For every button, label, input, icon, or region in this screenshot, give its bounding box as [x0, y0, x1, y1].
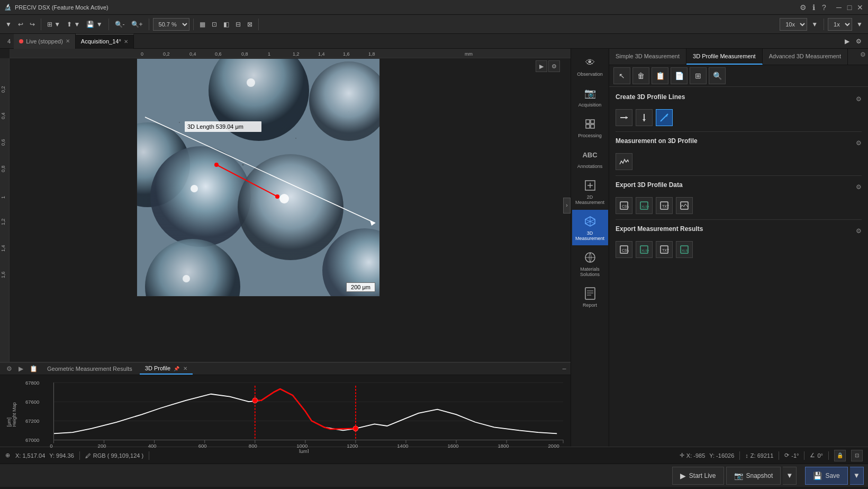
- bottom-minimize[interactable]: −: [562, 364, 566, 373]
- view-btn4[interactable]: ⊟: [233, 20, 243, 29]
- tab-live-close[interactable]: ✕: [66, 38, 70, 44]
- z-icon: ↕: [745, 452, 748, 459]
- tab-acq-close[interactable]: ✕: [124, 39, 128, 45]
- create-3d-settings-icon[interactable]: ⚙: [856, 95, 862, 103]
- sidebar-materials[interactable]: MaterialsSolutions: [572, 246, 608, 281]
- zoom2-select[interactable]: 1x 2x: [828, 18, 852, 31]
- chart-doc-btn[interactable]: 📋: [28, 365, 40, 372]
- svg-text:0: 0: [50, 443, 52, 449]
- svg-text:mm: mm: [465, 51, 473, 57]
- save-btn2[interactable]: 💾 ▼: [84, 20, 104, 29]
- chart-play-btn[interactable]: ▶: [16, 365, 25, 372]
- bottom-panel: ⚙ ▶ 📋 Geometric Measurement Results 3D P…: [0, 362, 571, 447]
- redo-btn[interactable]: ↪: [28, 20, 37, 29]
- mode-dropdown[interactable]: ▼: [3, 20, 14, 29]
- view-btn5[interactable]: ⊠: [245, 20, 255, 29]
- export-results-settings[interactable]: ⚙: [856, 227, 862, 235]
- image-area: 3D Length 539.04 μm 200 μm: [10, 58, 571, 362]
- sidebar-report[interactable]: Report: [572, 282, 608, 312]
- sidebar-acquisition[interactable]: 📷 Acquisition: [572, 82, 608, 112]
- annotations-label: Annotations: [577, 164, 603, 169]
- minimize-btn[interactable]: ─: [835, 4, 843, 11]
- line-diagonal-btn[interactable]: [656, 109, 673, 126]
- chart-settings-btn[interactable]: ⚙: [4, 365, 14, 372]
- results-csv-btn[interactable]: CSV: [616, 241, 632, 258]
- screen-btn[interactable]: ⊡: [851, 450, 863, 461]
- rp-cursor-btn[interactable]: ↖: [613, 67, 630, 84]
- save-icon: 💾: [813, 472, 822, 480]
- view-btn2[interactable]: ⊡: [210, 20, 219, 29]
- info-title-btn[interactable]: ℹ: [810, 4, 817, 11]
- mag-down[interactable]: ▼: [809, 20, 820, 29]
- cv-btn1[interactable]: ▶: [536, 60, 547, 72]
- start-live-btn[interactable]: ▶ Start Live: [672, 467, 724, 485]
- view-btn3[interactable]: ◧: [221, 20, 231, 29]
- view-btn1[interactable]: ▦: [197, 20, 207, 29]
- tab-advanced-3d[interactable]: Advanced 3D Measurement: [763, 49, 848, 65]
- svg-text:600: 600: [198, 443, 207, 449]
- sep2: [108, 19, 109, 30]
- measurement-3d-settings[interactable]: ⚙: [856, 139, 862, 147]
- zoom2-down[interactable]: ▼: [854, 20, 865, 29]
- mag-select[interactable]: 10x 20x 50x: [780, 18, 807, 31]
- tab-3dprofile-close[interactable]: ✕: [183, 366, 187, 371]
- snapshot-arrow-btn[interactable]: ▼: [783, 467, 797, 485]
- line-vertical-btn[interactable]: [636, 109, 653, 126]
- close-btn[interactable]: ✕: [856, 4, 864, 11]
- tab-3dprofile[interactable]: 3D Profile 📌 ✕: [140, 363, 193, 375]
- sidebar-processing[interactable]: Processing: [572, 112, 608, 143]
- rp-delete-btn[interactable]: 🗑: [632, 67, 649, 84]
- rp-fit-btn[interactable]: ⊞: [690, 67, 707, 84]
- line-horizontal-btn[interactable]: [616, 109, 632, 126]
- section-header-create: Create 3D Profile Lines ⚙: [616, 93, 862, 105]
- help-title-btn[interactable]: ?: [820, 4, 828, 11]
- play-icon: ▶: [680, 472, 686, 480]
- tab-acquisition[interactable]: Acquisition_14° ✕: [76, 34, 134, 49]
- tab-settings[interactable]: ⚙: [854, 37, 864, 46]
- rp-paste-btn[interactable]: 📄: [671, 67, 688, 84]
- export-xlsx-btn[interactable]: XLSX: [636, 197, 653, 214]
- zoom-select[interactable]: 50.7 % 100 %: [153, 18, 189, 31]
- acquisition-label: Acquisition: [578, 102, 602, 108]
- export-csv-btn[interactable]: CSV: [616, 197, 632, 214]
- save-btn[interactable]: 💾 Save: [805, 467, 847, 485]
- results-xlsx-btn[interactable]: XLSX: [636, 241, 653, 258]
- svg-rect-87: [591, 125, 594, 128]
- export-3d-settings[interactable]: ⚙: [856, 183, 862, 191]
- zoom-in-btn[interactable]: 🔍+: [129, 20, 145, 29]
- right-panel-settings[interactable]: ⚙: [860, 51, 866, 58]
- sidebar-2d-measurement[interactable]: 2DMeasurement: [572, 174, 608, 209]
- snapshot-btn[interactable]: 📷 Snapshot: [726, 467, 781, 485]
- zoom-out-btn[interactable]: 🔍-: [113, 20, 127, 29]
- collapse-arrow[interactable]: ›: [563, 198, 571, 214]
- sidebar-3d-measurement[interactable]: 3DMeasurement: [572, 210, 608, 245]
- results-xls2-btn[interactable]: XLS: [676, 241, 693, 258]
- tab-geometric[interactable]: Geometric Measurement Results: [42, 363, 138, 374]
- save-arrow-btn[interactable]: ▼: [850, 467, 864, 485]
- viewport[interactable]: 0 0,2 0,4 0,6 0,8 1 1,2 1,4 1,6 1,8 mm 0…: [0, 49, 571, 362]
- tab-3d-profile[interactable]: 3D Profile Measurement: [686, 49, 763, 65]
- export-btn[interactable]: ⬆ ▼: [65, 20, 82, 29]
- svg-text:XLSX: XLSX: [641, 205, 649, 208]
- cv-btn2[interactable]: ⚙: [548, 60, 560, 72]
- results-txt-btn[interactable]: TXT: [656, 241, 673, 258]
- tab-live[interactable]: Live (stopped) ✕: [14, 34, 76, 49]
- rp-copy-btn[interactable]: 📋: [652, 67, 668, 84]
- export-img-btn[interactable]: [676, 197, 693, 214]
- export-txt-btn[interactable]: TXT: [656, 197, 673, 214]
- z-status: ↕ Z: 69211: [745, 452, 773, 459]
- tab-3dprofile-pin[interactable]: 📌: [174, 366, 179, 371]
- rp-zoom-btn[interactable]: 🔍: [709, 67, 726, 84]
- undo-btn[interactable]: ↩: [16, 20, 25, 29]
- roughness-btn[interactable]: [616, 153, 632, 170]
- sidebar-annotations[interactable]: ABC Annotations: [572, 143, 608, 173]
- svg-text:67200: 67200: [25, 418, 39, 424]
- bottom-tabs: ⚙ ▶ 📋 Geometric Measurement Results 3D P…: [0, 363, 571, 375]
- grid-btn[interactable]: ⊞ ▼: [45, 20, 62, 29]
- sidebar-observation[interactable]: 👁 Observation: [572, 51, 608, 81]
- tab-play[interactable]: ▶: [843, 37, 852, 46]
- tab-simple-3d[interactable]: Simple 3D Measurement: [609, 49, 686, 65]
- lock-btn[interactable]: 🔒: [834, 450, 846, 461]
- maximize-btn[interactable]: □: [846, 4, 853, 11]
- settings-title-btn[interactable]: ⚙: [799, 4, 807, 11]
